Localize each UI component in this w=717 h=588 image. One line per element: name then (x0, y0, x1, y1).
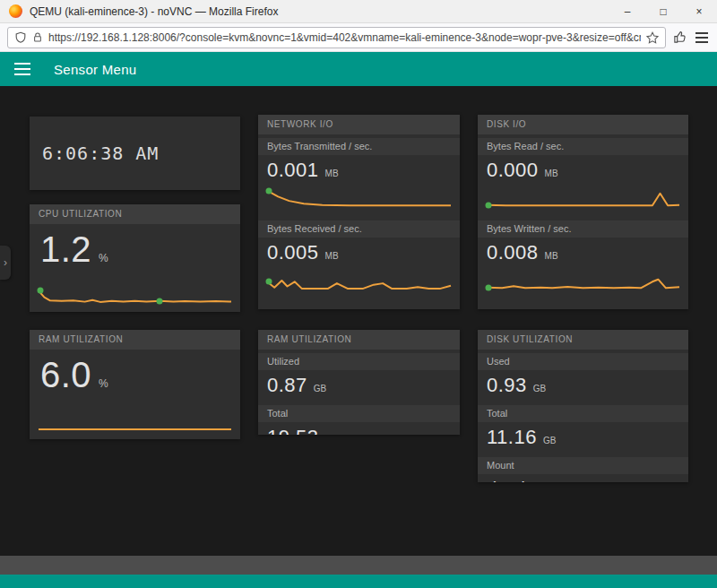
browser-navbar: https://192.168.1.128:8006/?console=kvm&… (0, 23, 717, 52)
disk-utilization-panel-title: DISK UTILIZATION (478, 330, 688, 350)
ram-percent-value: 6.0 % (30, 350, 240, 409)
disk-read-label: Bytes Read / sec. (478, 138, 688, 155)
page-title: Sensor Menu (54, 62, 137, 77)
net-tx-sparkline (267, 186, 451, 210)
disk-read-number: 0.000 (487, 159, 539, 182)
disk-total-value: 11.16 GB (478, 422, 688, 454)
app-header: Sensor Menu (0, 52, 717, 86)
cpu-number: 1.2 (40, 229, 91, 270)
ram-used-value: 0.87 GB (258, 370, 460, 402)
disk-total-label: Total (478, 405, 688, 422)
disk-total-number: 11.16 (487, 426, 537, 449)
disk-mount-label: Mount (478, 457, 688, 474)
disk-read-value: 0.000 MB (478, 155, 688, 186)
cpu-sparkline (39, 281, 231, 305)
disk-io-panel: DISK I/O Bytes Read / sec. 0.000 MB Byte… (478, 115, 688, 309)
disk-used-unit: GB (533, 384, 546, 393)
net-tx-value: 0.001 MB (258, 155, 460, 186)
thumbs-up-icon[interactable] (673, 30, 687, 44)
maximize-button[interactable]: □ (645, 0, 681, 22)
disk-used-value: 0.93 GB (478, 370, 688, 402)
disk-total-unit: GB (543, 436, 556, 445)
status-strip-gray (0, 556, 717, 575)
disk-write-label: Bytes Written / sec. (478, 220, 688, 238)
ram-total-number: 19.53 (267, 426, 319, 435)
chevron-right-icon: › (4, 256, 7, 269)
disk-mount-value: /opt (478, 474, 688, 482)
bookmark-star-icon[interactable] (646, 31, 659, 44)
ram-used-number: 0.87 (267, 374, 307, 397)
ram-total-label: Total (258, 405, 460, 422)
shield-icon[interactable] (14, 31, 27, 44)
ram-panel-title: RAM UTILIZATION (258, 330, 460, 350)
disk-utilization-panel: DISK UTILIZATION Used 0.93 GB Total 11.1… (478, 330, 688, 482)
url-input[interactable]: https://192.168.1.128:8006/?console=kvm&… (48, 31, 641, 44)
net-rx-unit: MB (325, 251, 339, 261)
window-title: QEMU (kali-eminence-3) - noVNC — Mozilla… (30, 5, 278, 18)
network-io-panel: NETWORK I/O Bytes Transmitted / sec. 0.0… (258, 115, 460, 309)
net-rx-number: 0.005 (267, 241, 319, 264)
ram-percent-unit: % (99, 377, 108, 390)
disk-used-number: 0.93 (487, 374, 527, 397)
net-tx-number: 0.001 (267, 159, 319, 182)
disk-write-sparkline (487, 269, 679, 292)
network-io-panel-title: NETWORK I/O (258, 115, 460, 134)
novnc-viewport: Sensor Menu › 6:06:38 AM CPU UTILIZATION… (0, 52, 717, 588)
ram-percent-number: 6.0 (40, 355, 91, 395)
disk-read-sparkline (487, 186, 679, 210)
status-strip-teal (0, 575, 717, 588)
net-rx-value: 0.005 MB (258, 238, 460, 269)
app-menu-button[interactable] (694, 30, 710, 45)
cpu-panel-title: CPU UTILIZATION (30, 204, 240, 224)
lock-icon[interactable] (32, 31, 43, 43)
novnc-control-handle[interactable]: › (0, 246, 11, 280)
url-bar[interactable]: https://192.168.1.128:8006/?console=kvm&… (7, 27, 666, 48)
disk-write-value: 0.008 MB (478, 238, 688, 269)
ram-used-label: Utilized (258, 353, 460, 370)
disk-write-number: 0.008 (487, 241, 539, 264)
net-rx-label: Bytes Received / sec. (258, 220, 460, 238)
ram-panel: RAM UTILIZATION Utilized 0.87 GB Total 1… (258, 330, 460, 435)
net-tx-label: Bytes Transmitted / sec. (258, 138, 460, 155)
dashboard-content: › 6:06:38 AM CPU UTILIZATION 1.2 % RAM U… (0, 86, 717, 556)
net-rx-sparkline (267, 269, 451, 292)
disk-write-unit: MB (545, 251, 558, 261)
disk-read-unit: MB (545, 169, 558, 178)
window-titlebar: QEMU (kali-eminence-3) - noVNC — Mozilla… (0, 0, 717, 23)
close-button[interactable]: × (681, 0, 717, 22)
ram-percent-sparkline (39, 409, 231, 432)
disk-mount-path: /opt (487, 478, 530, 482)
hamburger-menu-button[interactable] (14, 63, 30, 75)
ram-percent-panel-title: RAM UTILIZATION (30, 330, 240, 350)
disk-io-panel-title: DISK I/O (478, 115, 688, 134)
disk-used-label: Used (478, 353, 688, 370)
ram-percent-panel: RAM UTILIZATION 6.0 % (30, 330, 240, 439)
clock-value: 6:06:38 AM (30, 117, 240, 190)
ram-used-unit: GB (314, 384, 326, 393)
net-tx-unit: MB (325, 169, 339, 178)
cpu-value: 1.2 % (30, 224, 240, 281)
firefox-icon (9, 4, 22, 18)
minimize-button[interactable]: – (609, 0, 645, 22)
cpu-panel: CPU UTILIZATION 1.2 % (30, 204, 240, 312)
ram-total-value: 19.53 GB (258, 422, 460, 435)
clock-panel: 6:06:38 AM (30, 117, 240, 190)
cpu-unit: % (99, 252, 108, 264)
